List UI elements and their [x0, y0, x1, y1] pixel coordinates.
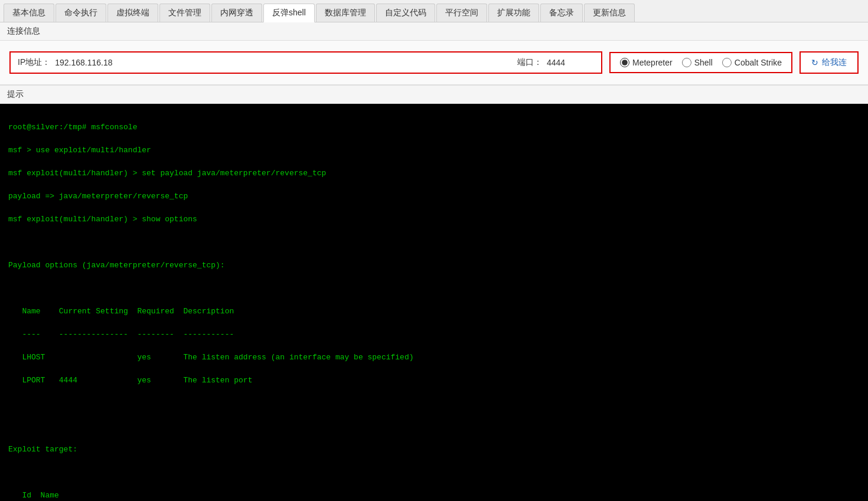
ip-input[interactable] — [55, 58, 513, 67]
terminal-line — [8, 283, 860, 294]
nav-tab-数据库管理[interactable]: 数据库管理 — [316, 4, 375, 22]
terminal-line: Payload options (java/meterpreter/revers… — [8, 260, 860, 271]
radio-group: Metepreter Shell Cobalt Strike — [609, 52, 792, 73]
nav-tabs: 基本信息命令执行虚拟终端文件管理内网穿透反弹shell数据库管理自定义代码平行空… — [0, 0, 868, 22]
terminal-line: Name Current Setting Required Descriptio… — [8, 306, 860, 317]
radio-meterpreter[interactable]: Metepreter — [620, 58, 673, 67]
terminal-line: payload => java/meterpreter/reverse_tcp — [8, 191, 860, 202]
nav-tab-文件管理[interactable]: 文件管理 — [159, 4, 210, 22]
nav-tab-内网穿透[interactable]: 内网穿透 — [211, 4, 262, 22]
terminal-line: LPORT 4444 yes The listen port — [8, 375, 860, 387]
terminal-line: ---- --------------- -------- ----------… — [8, 329, 860, 340]
terminal-line: LHOST yes The listen address (an interfa… — [8, 352, 860, 364]
connection-label: 连接信息 — [7, 26, 40, 35]
terminal-line — [8, 398, 860, 410]
nav-tab-基本信息[interactable]: 基本信息 — [4, 4, 54, 22]
nav-tab-扩展功能[interactable]: 扩展功能 — [488, 4, 539, 22]
radio-shell[interactable]: Shell — [682, 58, 713, 67]
tips-label: 提示 — [7, 89, 24, 99]
nav-tab-备忘录[interactable]: 备忘录 — [540, 4, 583, 22]
terminal-line — [8, 421, 860, 433]
port-input[interactable] — [547, 58, 594, 67]
nav-tab-虚拟终端[interactable]: 虚拟终端 — [107, 4, 158, 22]
terminal-line: msf > use exploit/multi/handler — [8, 145, 860, 156]
terminal-line — [8, 467, 860, 479]
connect-button-label: 给我连 — [822, 57, 847, 68]
port-label: 端口： — [517, 57, 542, 68]
terminal-line — [8, 237, 860, 248]
nav-tab-命令执行[interactable]: 命令执行 — [56, 4, 106, 22]
connection-section-header: 连接信息 — [0, 22, 868, 41]
terminal-line: msf exploit(multi/handler) > show option… — [8, 214, 860, 225]
radio-cobalt-strike[interactable]: Cobalt Strike — [722, 58, 782, 67]
nav-tab-更新信息[interactable]: 更新信息 — [584, 4, 635, 22]
terminal-line: Id Name — [8, 490, 860, 502]
terminal-line: Exploit target: — [8, 444, 860, 456]
terminal-line: root@silver:/tmp# msfconsole — [8, 122, 860, 133]
ip-label: IP地址： — [18, 57, 50, 68]
connection-area: IP地址： 端口： Metepreter Shell Cobalt Strike… — [0, 41, 868, 86]
nav-tab-平行空间[interactable]: 平行空间 — [436, 4, 487, 22]
connect-icon: ↻ — [811, 58, 818, 67]
nav-tab-反弹shell[interactable]: 反弹shell — [263, 4, 315, 22]
nav-tab-自定义代码[interactable]: 自定义代码 — [376, 4, 435, 22]
tips-section-header: 提示 — [0, 86, 868, 104]
connect-button[interactable]: ↻ 给我连 — [800, 51, 859, 74]
ip-port-group: IP地址： 端口： — [9, 51, 602, 74]
terminal: root@silver:/tmp# msfconsole msf > use e… — [0, 104, 868, 501]
terminal-line: msf exploit(multi/handler) > set payload… — [8, 168, 860, 179]
